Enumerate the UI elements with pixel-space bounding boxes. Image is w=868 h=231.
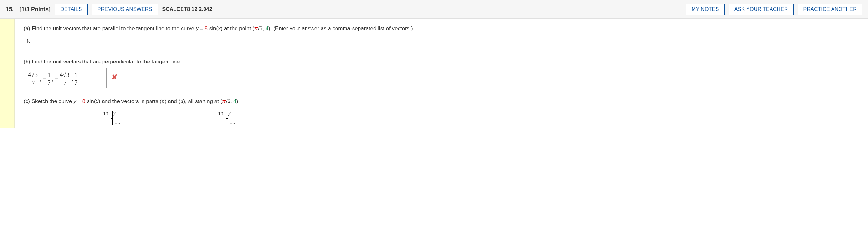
part-a-text3: /6, [258,26,266,32]
n4: 1 [74,72,79,79]
part-a-text1: (a) Find the unit vectors that are paral… [24,26,196,32]
graph2-yaxis [227,111,228,125]
graph2-yscale: 10 [218,109,223,118]
n2: 1 [46,72,52,79]
n1a: 4 [28,72,31,78]
n1b: 3 [34,72,38,78]
graph1-curve-hint: ⌒ [115,121,121,128]
question-content: (a) Find the unit vectors that are paral… [15,18,868,128]
previous-answers-button[interactable]: PREVIOUS ANSWERS [92,3,158,15]
question-header: 15. [1/3 Points] DETAILS PREVIOUS ANSWER… [0,0,868,18]
part-c-coeff: 8 [83,98,85,104]
d1: 7 [31,79,35,86]
part-c-text2: and the vectors in parts (a) and (b), al… [102,98,222,104]
graph2-ylabel: y [228,108,231,117]
practice-another-button[interactable]: PRACTICE ANOTHER [798,3,863,15]
part-c-text3: /6, [226,98,234,104]
part-a-eq: = [200,26,205,32]
graph1-yscale: 10 [103,109,108,118]
part-c-close: ) [98,98,100,104]
graph1-ylabel: y [113,108,116,117]
frac-3: 4√3 7 [59,72,71,86]
graph-row: y 10 ⌒ y 10 ⌒ [24,109,859,125]
sep1: , − [40,74,46,84]
part-a-answer-value: k [27,38,30,45]
d3: 7 [63,79,67,86]
part-a-pi: π [254,26,258,32]
part-c-text1: (c) Sketch the curve [24,98,73,104]
graph2-tick2 [226,118,227,119]
part-a-text2: at the point ( [224,26,254,32]
part-c-pi: π [222,98,226,104]
part-a-four: 4 [266,26,269,32]
part-c-y: y [73,98,76,104]
graph1-yaxis [113,111,113,125]
part-c-four: 4 [233,98,236,104]
frac-1: 4√3 7 [27,72,39,86]
part-a-close: ) [221,26,223,32]
part-b-answer-input[interactable]: 4√3 7 , − 1 7 , − 4√3 7 , 1 [24,68,107,88]
part-a: (a) Find the unit vectors that are paral… [24,24,859,48]
part-a-y: y [196,26,199,32]
part-a-answer-input[interactable]: k [24,35,62,48]
question-points: [1/3 Points] [20,6,51,13]
ask-teacher-button[interactable]: ASK YOUR TEACHER [729,3,794,15]
sqrt1: √3 [31,72,38,78]
part-c: (c) Sketch the curve y = 8 sin(x) and th… [24,97,859,125]
graph2-curve-hint: ⌒ [229,121,236,128]
part-c-eq: = [78,98,83,104]
part-b-text: (b) Find the unit vectors that are perpe… [24,57,859,66]
part-a-sin: sin( [209,26,218,32]
part-b-answer-value: 4√3 7 , − 1 7 , − 4√3 7 , 1 [27,72,79,86]
details-button[interactable]: DETAILS [55,3,88,15]
sep3: , [71,74,73,84]
my-notes-button[interactable]: MY NOTES [686,3,724,15]
part-c-x: x [96,98,98,104]
graph2-tick1 [226,113,227,113]
part-c-text4: ). [237,98,240,104]
frac-4: 1 7 [74,72,79,85]
content-row: (a) Find the unit vectors that are paral… [0,18,868,128]
graph1-tick2 [111,118,113,119]
part-b: (b) Find the unit vectors that are perpe… [24,57,859,88]
part-a-text4: ). (Enter your answer as a comma-separat… [269,26,413,32]
left-highlight-strip [0,18,15,128]
incorrect-icon: ✘ [112,73,117,81]
part-c-sin: sin( [87,98,96,104]
n3b: 3 [66,72,70,78]
d2: 7 [46,79,52,85]
d4: 7 [74,79,79,85]
frac-2: 1 7 [46,72,52,85]
sqrt2: √3 [63,72,70,78]
part-a-x: x [218,26,221,32]
part-a-coeff: 8 [205,26,208,32]
question-reference: SCALCET8 12.2.042. [162,6,214,12]
graph1-tick1 [111,113,113,113]
question-number: 15. [6,6,14,13]
sep2: , − [52,74,58,84]
n3a: 4 [60,72,63,78]
